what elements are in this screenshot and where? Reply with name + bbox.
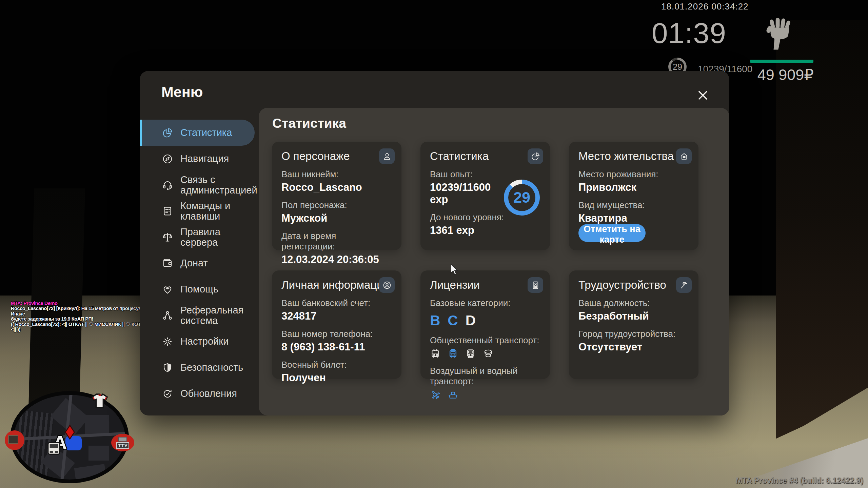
card-licenses: Лицензии Базовые категории: B C D Общест… [420,270,550,379]
exp-progress-ring: 29 [504,180,540,216]
field-value: Безработный [578,310,689,322]
sidebar-item-donate[interactable]: Донат [140,250,259,276]
field-value: 1361 exp [430,224,508,237]
public-transport-licenses [430,348,540,359]
content-panel: Статистика О персонаже Ваш никнейм: Rocc… [259,108,729,415]
field-label: Военный билет: [281,360,392,370]
build-info: MTA Province #4 (build: 6.12422.9) [736,476,863,485]
card-title: Статистика [430,150,540,163]
gear-icon [162,336,173,347]
tshirt-blip-icon [90,392,109,409]
hud-datetime: 18.01.2026 00:34:22 [661,1,749,12]
field-label: Вид имущества: [578,200,689,210]
card-employment: Трудоустройство Ваша должность: Безработ… [569,270,698,379]
user-icon [379,148,395,164]
sidebar-item-label: Навигация [180,154,259,164]
field-label: Ваш банковский счет: [281,298,392,308]
update-check-icon [162,388,173,399]
field-value: 324817 [281,310,392,322]
sidebar-item-referral[interactable]: Реферальная система [140,302,259,328]
card-personal-info: Личная информация Ваш банковский счет: 3… [272,270,401,379]
exp-ring-level: 29 [508,184,535,211]
field-value: Rocco_Lascano [281,181,392,194]
sidebar-item-label: Безопасность [180,362,259,373]
sidebar-item-label: Донат [180,258,259,268]
id-card-icon [528,277,543,293]
document-list-icon [162,206,173,217]
depot-building-icon [118,437,127,442]
sidebar-item-label: Связь с администрацией [180,175,259,196]
field-value: Отсутствует [578,341,689,353]
person-circle-icon [379,277,395,293]
sidebar-item-label: Статистика [180,127,255,138]
field-value: 10239/11600 exp [430,181,508,206]
pie-chart-icon [162,127,173,138]
plane-icon [428,387,443,403]
field-value: Приволжск [578,181,689,194]
sidebar-item-label: Правила сервера [180,227,259,248]
field-value: Получен [281,372,392,384]
field-label: Базовые категории: [430,298,540,308]
license-categories: B C D [430,312,540,329]
field-value: Мужской [281,212,392,224]
sidebar-item-label: Реферальная система [180,305,259,326]
field-value: 8 (963) 138-61-11 [281,341,392,353]
hud-clock: 01:39 [642,16,726,50]
cards-grid: О персонаже Ваш никнейм: Rocco_Lascano П… [272,142,698,379]
pie-chart-icon [528,148,543,164]
card-title: Личная информация [281,279,392,291]
field-label: Дата и время регистрации: [281,231,392,252]
right-wall [776,20,868,447]
card-residence: Место жительства Место проживания: Приво… [569,142,698,250]
air-water-licenses [430,389,540,400]
card-title: Трудоустройство [578,279,689,291]
sidebar-item-label: Настройки [180,336,259,347]
sidebar-item-admin-contact[interactable]: Связь с администрацией [140,172,259,198]
field-value: 12.03.2024 20:36:05 [281,253,392,266]
sidebar-item-label: Помощь [180,284,259,294]
field-label: Город трудоустройства: [578,329,689,339]
handshake-heart-icon [162,284,173,295]
mark-on-map-button[interactable]: Отметить на карте [578,224,646,242]
card-title: О персонаже [281,150,392,163]
sidebar-item-label: Команды и клавиши [180,201,259,222]
sidebar-item-security[interactable]: Безопасность [140,354,259,381]
close-icon [696,89,709,102]
field-label: Пол персонажа: [281,200,392,210]
card-title: Лицензии [430,279,540,291]
train-icon [465,348,476,359]
sidebar-item-navigation[interactable]: Навигация [140,146,259,172]
sidebar-item-help[interactable]: Помощь [140,276,259,302]
sidebar-item-server-rules[interactable]: Правила сервера [140,224,259,250]
ship-icon [448,389,458,400]
sidebar-item-commands-keys[interactable]: Команды и клавиши [140,198,259,224]
health-bar [750,60,813,63]
scales-icon [162,232,173,243]
shield-icon [162,362,173,373]
conductor-cap-icon [483,348,494,359]
field-label: Общественный транспорт: [430,335,540,346]
wallet-icon [162,258,173,269]
field-label: До нового уровня: [430,212,508,223]
sidebar-item-settings[interactable]: Настройки [140,328,259,354]
field-label: Воздушный и водный транспорт: [430,366,540,387]
menu-title: Меню [161,84,203,100]
sidebar-item-updates[interactable]: Обновления [140,381,259,407]
sidebar-item-label: Обновления [180,388,259,399]
page-title: Статистика [272,116,346,131]
card-title: Место жительства [578,150,689,163]
license-category-letter: B [430,312,440,329]
menu-window: Меню Статистика [140,71,729,415]
fist-icon [764,16,795,52]
sidebar-item-statistics[interactable]: Статистика [140,120,255,146]
field-label: Место проживания: [578,169,689,180]
player-marker-icon [64,425,75,440]
close-button[interactable] [695,88,710,103]
mouse-cursor [451,264,460,275]
compass-icon [162,154,173,164]
sidebar: Статистика Навигация Связь с [140,120,259,407]
card-about-character: О персонаже Ваш никнейм: Rocco_Lascano П… [272,142,401,250]
home-icon [676,148,692,164]
headset-icon [162,180,173,190]
network-icon [162,310,173,321]
